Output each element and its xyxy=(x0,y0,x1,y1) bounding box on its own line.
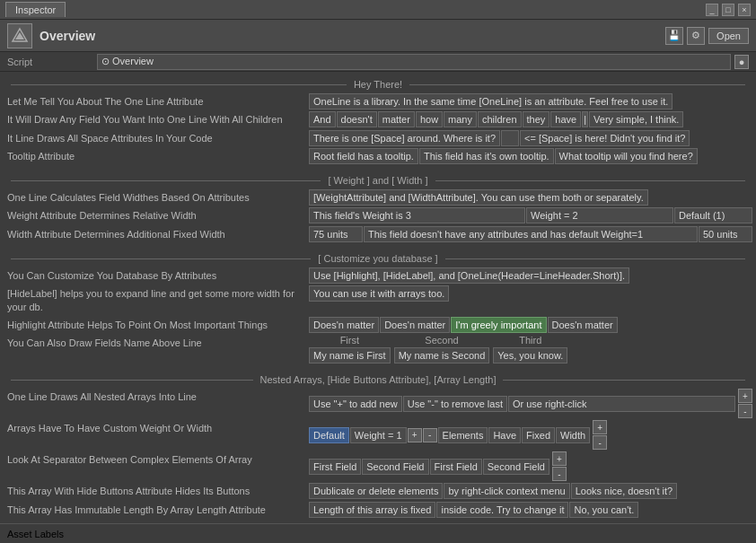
cell-and: And xyxy=(309,111,336,127)
script-dot-icon[interactable]: ● xyxy=(734,55,749,69)
row-content-n1: Use "+" to add new Use "-" to remove las… xyxy=(309,389,752,418)
remove-btn-3[interactable]: - xyxy=(593,435,607,450)
header-bar: Overview 💾 ⚙ Open xyxy=(0,20,756,52)
cell-length-fixed: Length of this array is fixed xyxy=(309,502,435,518)
cell-children: children xyxy=(478,111,522,127)
row-label-4: Tooltip Attribute xyxy=(4,148,309,164)
row-label-n2: Arrays Have To Have Custom Weight Or Wid… xyxy=(4,420,309,436)
cell-doesnt: doesn't xyxy=(337,111,377,127)
script-bar: Script ⊙ Overview ● xyxy=(0,52,756,72)
cell-doesnt-1: Does'n matter xyxy=(309,317,379,333)
row-label-c2: [HideLabel] helps you to expand line and… xyxy=(4,285,309,315)
cell-customize-desc: Use [Highlight], [HideLabel], and [OneLi… xyxy=(309,267,629,284)
cell-weight-3: This field's Weight is 3 xyxy=(309,207,525,223)
row-label-c3: Highlight Attribute Helps To Point On Mo… xyxy=(4,317,309,333)
add-btn-1[interactable]: + xyxy=(738,389,752,403)
col-header-first: First xyxy=(340,335,359,346)
row-label-n5: This Array Has Immutable Length By Array… xyxy=(4,502,309,518)
section-header-hey-there: Hey There! xyxy=(4,79,752,90)
cell-tooltip-3: What tooltip will you find here? xyxy=(555,148,698,164)
section-header-customize: [ Customize you database ] xyxy=(4,253,752,264)
row-draw-fields: It Will Draw Any Field You Want Into One… xyxy=(4,111,752,127)
minimize-btn[interactable]: _ xyxy=(706,4,718,16)
remove-btn-4[interactable]: - xyxy=(552,467,567,481)
row-weight-attr: Weight Attribute Determines Relative Wid… xyxy=(4,207,752,223)
maximize-btn[interactable]: □ xyxy=(722,4,734,16)
cell-right-click: Or use right-click xyxy=(508,396,735,412)
row-content-n2: Default Weight = 1 + - Elements Have Fix… xyxy=(309,420,752,450)
row-content-c4: First My name is First Second My name is… xyxy=(309,335,752,363)
open-button[interactable]: Open xyxy=(708,28,749,44)
save-icon[interactable]: 💾 xyxy=(665,27,683,45)
row-label-c4: You Can Also Draw Fields Name Above Line xyxy=(4,335,309,351)
row-content-1: OneLine is a library. In the same time [… xyxy=(309,93,752,109)
content-area: Hey There! Let Me Tell You About The One… xyxy=(0,72,756,523)
window-controls: _ □ × xyxy=(706,4,751,16)
row-content-3: There is one [Space] around. Where is it… xyxy=(309,130,752,146)
cell-default: Default xyxy=(309,427,349,443)
cell-width: Width xyxy=(556,427,590,443)
cell-separator: | xyxy=(582,111,588,127)
cell-space-1: There is one [Space] around. Where is it… xyxy=(309,130,500,146)
row-label-w1: One Line Calculates Field Widthes Based … xyxy=(4,189,309,206)
cell-they: they xyxy=(523,111,550,127)
cell-first-field-2: First Field xyxy=(430,459,482,475)
cell-yes-you-know: Yes, you know. xyxy=(493,347,567,363)
asset-labels-label: Asset Labels xyxy=(7,529,64,539)
row-nested-5: This Array Has Immutable Length By Array… xyxy=(4,502,752,518)
row-space-attrs: It Line Draws All Space Attributes In Yo… xyxy=(4,130,752,146)
script-field[interactable]: ⊙ Overview xyxy=(97,54,731,70)
remove-btn-1[interactable]: - xyxy=(738,404,752,418)
cell-tooltip-2: This field has it's own tooltip. xyxy=(419,148,554,164)
cell-first-field-1: First Field xyxy=(309,459,361,475)
title-bar: Inspector _ □ × xyxy=(0,0,756,20)
cell-use-minus: Use "-" to remove last xyxy=(403,396,507,412)
cell-no-you-cant: No, you can't. xyxy=(569,502,638,518)
row-content-2: And doesn't matter how many children the… xyxy=(309,111,752,127)
field-col-second: Second My name is Second xyxy=(394,335,490,363)
cell-doesnt-2: Does'n matter xyxy=(380,317,450,333)
close-btn[interactable]: × xyxy=(738,4,751,16)
row-nested-3: Look At Separator Between Complex Elemen… xyxy=(4,451,752,481)
cell-oneline-desc: OneLine is a library. In the same time [… xyxy=(309,93,672,109)
add-btn-4[interactable]: + xyxy=(552,451,567,466)
row-label-n1: One Line Draws All Nested Arrays Into Li… xyxy=(4,389,309,405)
field-col-first: First My name is First xyxy=(309,335,391,363)
bottom-bar: Asset Labels xyxy=(0,523,756,543)
cell-greely-important: I'm greely important xyxy=(451,317,546,333)
cell-have: Have xyxy=(488,427,521,443)
cell-how: how xyxy=(416,111,443,127)
row-hidelabel: [HideLabel] helps you to expand line and… xyxy=(4,285,752,315)
add-btn-2[interactable]: + xyxy=(408,428,422,442)
cell-my-name-second: My name is Second xyxy=(394,347,490,363)
row-label-3: It Line Draws All Space Attributes In Yo… xyxy=(4,130,309,146)
remove-btn-2[interactable]: - xyxy=(423,428,437,442)
add-btn-3[interactable]: + xyxy=(593,420,607,434)
cell-use-plus: Use "+" to add new xyxy=(309,396,402,412)
gear-icon[interactable]: ⚙ xyxy=(687,27,705,45)
row-label-n4: This Array With Hide Buttons Attribute H… xyxy=(4,483,309,499)
cell-fixed: Fixed xyxy=(522,427,555,443)
row-content-c3: Does'n matter Does'n matter I'm greely i… xyxy=(309,317,752,333)
row-content-c1: Use [Highlight], [HideLabel], and [OneLi… xyxy=(309,267,752,284)
row-label-c1: You Can Customize You Database By Attrib… xyxy=(4,267,309,284)
inspector-tab[interactable]: Inspector xyxy=(5,2,66,17)
row-width-attr: Width Attribute Determines Additional Fi… xyxy=(4,226,752,242)
row-label-1: Let Me Tell You About The One Line Attri… xyxy=(4,93,309,109)
col-header-third: Third xyxy=(519,335,541,346)
cell-elements: Elements xyxy=(438,427,488,443)
row-content-w3: 75 units This field doesn't have any att… xyxy=(309,226,752,242)
cell-matter: matter xyxy=(378,111,415,127)
cell-doesnt-3: Does'n matter xyxy=(548,317,618,333)
row-label-w3: Width Attribute Determines Additional Fi… xyxy=(4,226,309,242)
row-nested-1: One Line Draws All Nested Arrays Into Li… xyxy=(4,389,752,418)
cell-my-name-first: My name is First xyxy=(309,347,391,363)
row-content-w1: [WeightAttribute] and [WidthAttribute]. … xyxy=(309,189,752,206)
row-oneline-attribute: Let Me Tell You About The One Line Attri… xyxy=(4,93,752,109)
cell-hidelabel-desc: You can use it with arrays too. xyxy=(309,285,449,302)
row-nested-4: This Array With Hide Buttons Attribute H… xyxy=(4,483,752,499)
row-customize-db: You Can Customize You Database By Attrib… xyxy=(4,267,752,284)
cell-no-attrs: This field doesn't have any attributes a… xyxy=(364,226,698,242)
cell-second-field-2: Second Field xyxy=(483,459,549,475)
section-header-weight: [ Weight ] and [ Width ] xyxy=(4,175,752,186)
